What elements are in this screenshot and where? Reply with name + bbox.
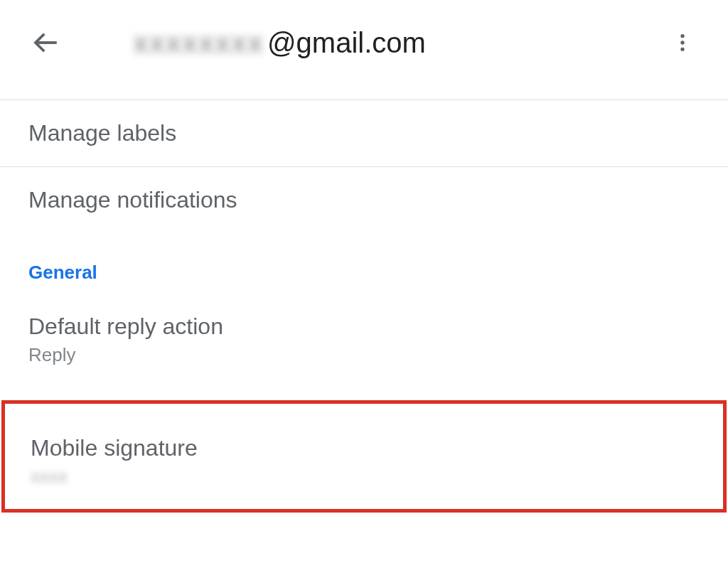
app-header: xxxxxxxx@gmail.com — [0, 0, 728, 85]
manage-notifications-item[interactable]: Manage notifications — [0, 167, 728, 233]
highlight-box: Mobile signature xxxx — [1, 400, 727, 513]
title-blurred-prefix: xxxxxxxx — [134, 27, 264, 58]
more-vert-icon — [671, 31, 694, 54]
manage-notifications-label: Manage notifications — [28, 187, 700, 213]
back-button[interactable] — [28, 26, 63, 60]
manage-labels-item[interactable]: Manage labels — [0, 100, 728, 166]
mobile-signature-value: xxxx — [31, 466, 697, 488]
more-options-button[interactable] — [665, 26, 700, 60]
default-reply-action-value: Reply — [28, 344, 700, 366]
page-title: xxxxxxxx@gmail.com — [63, 27, 665, 59]
arrow-back-icon — [31, 28, 60, 58]
svg-point-2 — [680, 41, 684, 44]
default-reply-action-item[interactable]: Default reply action Reply — [0, 294, 728, 386]
title-domain: @gmail.com — [267, 27, 426, 58]
svg-point-3 — [680, 48, 684, 51]
manage-labels-label: Manage labels — [28, 120, 700, 146]
general-section-header: General — [0, 233, 728, 294]
mobile-signature-item[interactable]: Mobile signature xxxx — [5, 418, 723, 488]
default-reply-action-title: Default reply action — [28, 313, 700, 340]
mobile-signature-title: Mobile signature — [31, 435, 697, 461]
svg-point-1 — [680, 34, 684, 38]
